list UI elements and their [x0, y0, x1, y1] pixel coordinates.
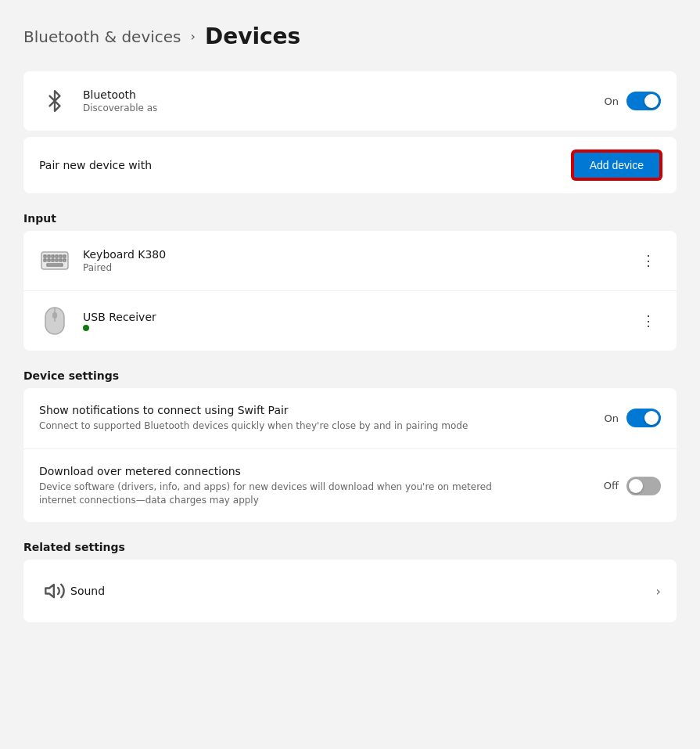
- metered-connections-toggle[interactable]: [626, 477, 661, 495]
- bluetooth-toggle-wrapper: On: [605, 92, 661, 110]
- sound-icon: [39, 575, 70, 607]
- pair-device-row: Pair new device with Add device: [23, 137, 677, 193]
- bluetooth-toggle-track[interactable]: [626, 92, 661, 110]
- svg-rect-9: [52, 259, 54, 261]
- device-settings-label: Device settings: [23, 369, 677, 382]
- usb-receiver-info: USB Receiver: [83, 311, 623, 331]
- metered-connections-toggle-label: Off: [604, 480, 619, 492]
- bluetooth-toggle-thumb: [644, 94, 659, 108]
- swift-pair-control: On: [605, 409, 661, 427]
- swift-pair-title: Show notifications to connect using Swif…: [39, 404, 592, 416]
- sound-nav-row[interactable]: Sound ›: [23, 560, 677, 622]
- swift-pair-row: Show notifications to connect using Swif…: [23, 388, 677, 449]
- add-device-button[interactable]: Add device: [573, 151, 661, 179]
- keyboard-icon: [39, 245, 70, 276]
- svg-rect-13: [47, 264, 63, 266]
- keyboard-status: Paired: [83, 262, 623, 273]
- swift-pair-info: Show notifications to connect using Swif…: [39, 404, 592, 433]
- sound-chevron-icon: ›: [656, 584, 661, 599]
- svg-rect-6: [63, 255, 66, 257]
- svg-rect-10: [56, 259, 58, 261]
- page-title: Devices: [205, 23, 300, 49]
- mouse-icon: [39, 305, 70, 337]
- bluetooth-name: Bluetooth: [83, 88, 592, 101]
- input-section-label: Input: [23, 212, 677, 225]
- swift-pair-toggle[interactable]: [626, 409, 661, 427]
- bluetooth-card: Bluetooth Discoverable as On: [23, 71, 677, 131]
- pair-device-label: Pair new device with: [39, 159, 152, 171]
- swift-pair-toggle-track[interactable]: [626, 409, 661, 427]
- swift-pair-toggle-thumb: [644, 411, 659, 425]
- metered-connections-toggle-thumb: [629, 479, 643, 493]
- svg-rect-8: [48, 259, 50, 261]
- breadcrumb-chevron: ›: [191, 29, 196, 44]
- usb-receiver-more-button[interactable]: ⋮: [636, 308, 661, 333]
- usb-receiver-status: [83, 325, 623, 331]
- metered-connections-toggle-track[interactable]: [626, 477, 661, 495]
- metered-connections-title: Download over metered connections: [39, 465, 591, 477]
- metered-connections-info: Download over metered connections Device…: [39, 465, 591, 507]
- connected-dot: [83, 325, 89, 331]
- svg-rect-1: [44, 255, 46, 257]
- pair-device-card: Pair new device with Add device: [23, 137, 677, 193]
- usb-receiver-name: USB Receiver: [83, 311, 623, 323]
- related-settings-label: Related settings: [23, 541, 677, 553]
- bluetooth-icon: [39, 85, 70, 117]
- bluetooth-toggle[interactable]: [626, 92, 661, 110]
- keyboard-name: Keyboard K380: [83, 248, 623, 261]
- metered-connections-control: Off: [604, 477, 661, 495]
- svg-marker-17: [45, 585, 54, 597]
- bluetooth-row: Bluetooth Discoverable as On: [23, 71, 677, 131]
- device-settings-card: Show notifications to connect using Swif…: [23, 388, 677, 522]
- keyboard-row: Keyboard K380 Paired ⋮: [23, 231, 677, 291]
- breadcrumb-parent[interactable]: Bluetooth & devices: [23, 27, 181, 46]
- input-devices-card: Keyboard K380 Paired ⋮ USB Receiver ⋮: [23, 231, 677, 351]
- svg-rect-2: [48, 255, 50, 257]
- bluetooth-info: Bluetooth Discoverable as: [83, 88, 592, 113]
- related-settings-card: Sound ›: [23, 560, 677, 622]
- page-header: Bluetooth & devices › Devices: [23, 23, 677, 49]
- svg-rect-12: [63, 259, 66, 261]
- usb-receiver-row: USB Receiver ⋮: [23, 291, 677, 351]
- metered-connections-row: Download over metered connections Device…: [23, 449, 677, 523]
- swift-pair-toggle-label: On: [605, 412, 619, 424]
- keyboard-more-button[interactable]: ⋮: [636, 248, 661, 273]
- svg-rect-4: [56, 255, 58, 257]
- svg-rect-5: [59, 255, 62, 257]
- bluetooth-toggle-label: On: [605, 95, 619, 107]
- sound-label: Sound: [70, 585, 105, 597]
- swift-pair-desc: Connect to supported Bluetooth devices q…: [39, 420, 493, 433]
- svg-rect-3: [52, 255, 54, 257]
- bluetooth-status: Discoverable as: [83, 103, 592, 113]
- svg-rect-16: [52, 312, 57, 319]
- metered-connections-desc: Device software (drivers, info, and apps…: [39, 481, 493, 507]
- keyboard-info: Keyboard K380 Paired: [83, 248, 623, 273]
- svg-rect-7: [44, 259, 46, 261]
- svg-rect-11: [59, 259, 62, 261]
